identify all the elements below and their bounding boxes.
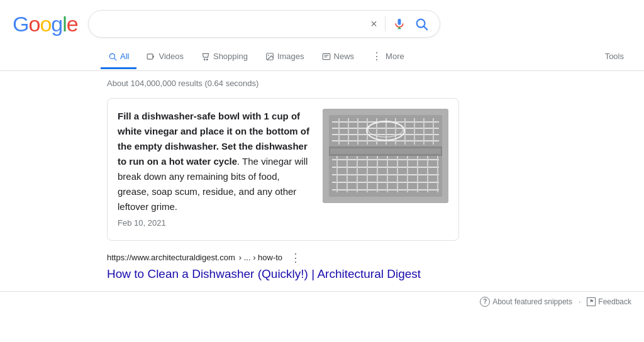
all-icon — [108, 52, 117, 61]
tab-more-label: More — [386, 52, 404, 61]
tab-all[interactable]: All — [101, 45, 136, 69]
close-icon: × — [370, 18, 377, 31]
svg-rect-40 — [357, 156, 358, 192]
tab-videos-label: Videos — [158, 52, 184, 61]
feedback-label: Feedback — [598, 297, 631, 306]
tab-images[interactable]: Images — [258, 45, 312, 69]
search-bar[interactable]: how to clean a dishwasher × — [88, 10, 440, 38]
snippet-text: Fill a dishwasher-safe bowl with 1 cup o… — [118, 109, 310, 230]
svg-rect-34 — [332, 167, 439, 168]
search-bar-icons: × — [369, 16, 430, 32]
snippet-footer: ? About featured snippets · ⚑ Feedback — [0, 291, 644, 312]
more-vert-icon: ⋮ — [290, 251, 301, 264]
tab-more[interactable]: ⋮ More — [364, 44, 412, 70]
more-dots-icon: ⋮ — [372, 50, 382, 62]
svg-point-7 — [204, 58, 205, 60]
svg-rect-41 — [367, 156, 368, 192]
result-menu-button[interactable]: ⋮ — [290, 251, 301, 265]
footer-dot: · — [579, 297, 580, 306]
svg-rect-36 — [332, 182, 439, 183]
feedback-icon: ⚑ — [587, 297, 596, 306]
tab-images-label: Images — [277, 52, 304, 61]
snippet-image — [323, 109, 448, 203]
svg-rect-38 — [336, 156, 338, 192]
svg-rect-22 — [357, 118, 358, 145]
search-icon — [414, 17, 428, 31]
source-info: https://www.architecturaldigest.com › ..… — [107, 251, 459, 265]
about-featured-snippets-link[interactable]: ? About featured snippets — [480, 297, 572, 307]
tab-shopping[interactable]: Shopping — [194, 45, 255, 69]
svg-rect-43 — [387, 156, 388, 192]
search-button[interactable] — [413, 16, 430, 32]
tab-shopping-label: Shopping — [213, 52, 248, 61]
snippet-date: Feb 10, 2021 — [118, 217, 310, 230]
google-logo: Google — [13, 12, 78, 36]
header: Google how to clean a dishwasher × — [0, 0, 644, 44]
svg-line-2 — [424, 26, 427, 30]
svg-rect-39 — [347, 156, 348, 192]
tools-button[interactable]: Tools — [597, 45, 631, 69]
svg-line-4 — [114, 58, 116, 60]
tab-news[interactable]: News — [314, 45, 362, 69]
svg-rect-20 — [338, 118, 340, 145]
svg-rect-35 — [332, 174, 439, 175]
svg-rect-46 — [417, 156, 418, 192]
featured-snippet: Fill a dishwasher-safe bowl with 1 cup o… — [107, 98, 459, 241]
images-icon — [265, 52, 274, 61]
svg-rect-29 — [423, 118, 425, 145]
feedback-link[interactable]: ⚑ Feedback — [587, 297, 631, 306]
svg-rect-37 — [332, 189, 439, 190]
results-area: About 104,000,000 results (0.64 seconds)… — [0, 71, 472, 281]
svg-marker-6 — [153, 55, 154, 58]
source-url: https://www.architecturaldigest.com — [107, 253, 235, 262]
source-breadcrumb: › ... › how-to — [239, 253, 282, 262]
help-circle-icon: ? — [480, 297, 490, 307]
icon-divider — [385, 16, 386, 31]
svg-rect-30 — [433, 118, 434, 145]
svg-rect-42 — [377, 156, 378, 192]
svg-rect-50 — [330, 148, 441, 154]
svg-point-8 — [206, 58, 208, 60]
nav-tabs: All Videos Shopping Images News ⋮ More T… — [0, 44, 644, 71]
news-icon — [322, 52, 331, 61]
svg-rect-21 — [348, 118, 349, 145]
tab-all-label: All — [120, 52, 129, 61]
tab-videos[interactable]: Videos — [139, 45, 191, 69]
tab-news-label: News — [334, 52, 355, 61]
mic-icon — [393, 18, 406, 30]
svg-point-10 — [268, 55, 269, 56]
result-title-link[interactable]: How to Clean a Dishwasher (Quickly!) | A… — [107, 267, 459, 281]
shopping-icon — [201, 52, 210, 61]
svg-rect-45 — [407, 156, 408, 192]
dishwasher-image-svg — [323, 109, 448, 203]
svg-rect-28 — [414, 118, 415, 145]
results-count: About 104,000,000 results (0.64 seconds) — [107, 79, 459, 88]
svg-rect-47 — [427, 156, 428, 192]
clear-search-button[interactable]: × — [369, 16, 379, 32]
svg-rect-48 — [437, 156, 438, 192]
svg-rect-33 — [332, 159, 439, 160]
svg-rect-44 — [397, 156, 398, 192]
video-icon — [147, 52, 155, 61]
svg-rect-5 — [148, 53, 153, 58]
search-input[interactable]: how to clean a dishwasher — [99, 18, 364, 30]
voice-search-button[interactable] — [392, 16, 407, 31]
svg-rect-0 — [397, 19, 401, 25]
about-snippets-label: About featured snippets — [492, 297, 572, 306]
